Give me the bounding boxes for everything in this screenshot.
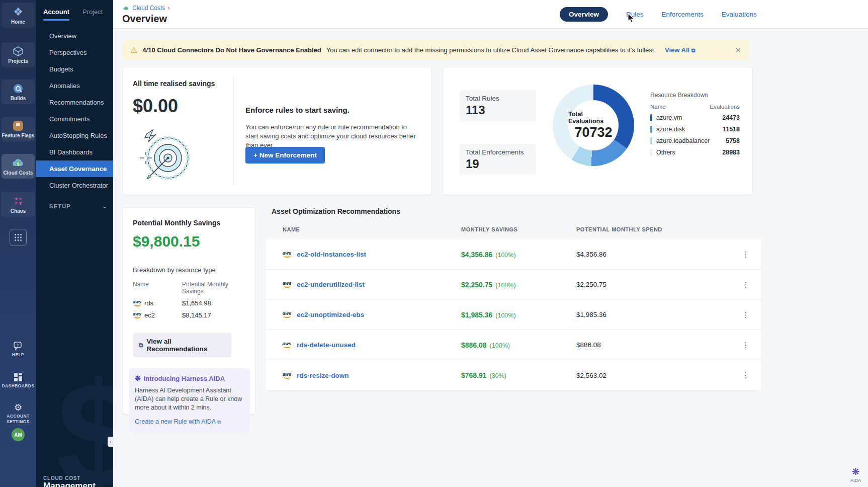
row-menu-icon[interactable]: ⋮: [731, 341, 761, 350]
recommendation-link[interactable]: ec2-underutilized-list: [297, 281, 365, 288]
cloud-costs-icon: $: [12, 157, 25, 169]
col-monthly-savings: MONTHLY SAVINGS: [461, 226, 576, 232]
legend-row: azure.disk 11518: [650, 126, 740, 133]
rail-label: Chaos: [11, 208, 26, 214]
aws-icon: aws: [133, 312, 141, 318]
table-row[interactable]: awsrds-resize-down $768.91(30%) $2,563.0…: [266, 360, 761, 390]
page-header: Cloud Costs › Overview Overview Rules En…: [113, 0, 868, 29]
rail-item-builds[interactable]: Builds: [2, 79, 35, 104]
recommendation-link[interactable]: ec2-old-instances-list: [297, 251, 366, 258]
table-row[interactable]: awsec2-unoptimized-ebs $1,985.36(100%) $…: [266, 300, 761, 330]
recommendations-title: Asset Optimization Recommendations: [266, 207, 761, 215]
tab-enforcements[interactable]: Enforcements: [662, 11, 704, 18]
sidebar-item-bi-dashboards[interactable]: BI Dashboards: [36, 144, 113, 160]
sidebar-item-overview[interactable]: Overview: [36, 28, 113, 44]
feature-flags-icon: [13, 120, 24, 131]
svg-text:$: $: [17, 161, 19, 167]
setup-label: SETUP: [49, 203, 71, 209]
table-row: awsrds $1,654.98: [133, 299, 245, 307]
harness-home-icon: ❖: [13, 7, 23, 18]
chevron-down-icon: ⌄: [102, 203, 107, 210]
ccm-sidebar: Account Project Overview Perspectives Bu…: [36, 0, 113, 487]
sidebar-item-anomalies[interactable]: Anomalies: [36, 77, 113, 94]
rail-item-account-settings[interactable]: ⚙ ACCOUNT SETTINGS: [2, 399, 35, 428]
sidebar-item-recommendations[interactable]: Recommendations: [36, 94, 113, 111]
new-enforcement-button[interactable]: + New Enforcement: [245, 147, 325, 164]
aws-icon: aws: [133, 300, 141, 306]
rail-item-help[interactable]: ? HELP: [2, 338, 35, 361]
user-avatar[interactable]: AM: [2, 425, 35, 444]
recommendation-link[interactable]: ec2-unoptimized-ebs: [297, 311, 364, 318]
tab-account[interactable]: Account: [43, 8, 69, 21]
external-link-icon: ⧉: [691, 47, 696, 53]
table-row[interactable]: awsec2-underutilized-list $2,250.75(100%…: [266, 270, 761, 300]
sidebar-item-budgets[interactable]: Budgets: [36, 61, 113, 77]
rail-item-chaos[interactable]: Chaos: [2, 192, 35, 217]
legend-swatch: [650, 126, 652, 133]
rail-item-cloud-costs[interactable]: $ Cloud Costs: [2, 154, 35, 179]
sidebar-collapse-handle[interactable]: ‹: [108, 437, 113, 447]
governance-warning-banner: ⚠ 4/10 Cloud Connectors Do Not Have Gove…: [122, 40, 749, 60]
close-icon[interactable]: ✕: [735, 46, 741, 55]
rail-item-projects[interactable]: Projects: [2, 42, 35, 67]
total-rules-tile: Total Rules 113: [460, 90, 536, 121]
tab-project[interactable]: Project: [82, 8, 103, 21]
table-row[interactable]: awsec2-old-instances-list $4,356.86(100%…: [266, 239, 761, 270]
rail-item-home[interactable]: ❖ Home: [2, 3, 35, 28]
warning-icon: ⚠: [130, 45, 137, 55]
legend-swatch: [650, 149, 652, 156]
sidebar-item-autostopping-rules[interactable]: AutoStopping Rules: [36, 127, 113, 144]
resource-breakdown: Resource Breakdown Name Evaluations azur…: [650, 92, 740, 156]
card-divider: [233, 76, 234, 186]
table-row[interactable]: awsrds-delete-unused $886.08(100%) $886.…: [266, 330, 761, 360]
view-all-recommendations-button[interactable]: ⧉ View all Recommendations: [133, 333, 231, 357]
rail-label: Feature Flags: [2, 133, 34, 138]
breakdown-by-resource-title: Breakdown by resource type: [133, 266, 245, 274]
sidebar-item-perspectives[interactable]: Perspectives: [36, 44, 113, 61]
recommendation-link[interactable]: rds-delete-unused: [297, 341, 356, 349]
evaluations-donut-chart: Total Evaluations 70732: [553, 85, 634, 166]
external-link-icon: ⧉: [217, 419, 221, 425]
breadcrumb[interactable]: Cloud Costs ›: [122, 5, 169, 12]
total-enforcements-value: 19: [466, 157, 530, 171]
aws-icon: aws: [283, 342, 291, 348]
row-menu-icon[interactable]: ⋮: [731, 280, 761, 289]
view-all-link[interactable]: View All ⧉: [665, 46, 696, 54]
rail-item-dashboards[interactable]: DASHBOARDS: [2, 369, 35, 392]
tab-evaluations[interactable]: Evaluations: [722, 11, 757, 18]
legend-row: azure.loadbalancer 5758: [650, 137, 740, 144]
svg-text:?: ?: [17, 343, 19, 348]
create-rule-with-aida-link[interactable]: Create a new Rule with AIDA ⧉: [135, 418, 244, 425]
sidebar-item-asset-governance[interactable]: Asset Governance: [36, 160, 113, 177]
sidebar-item-commitments[interactable]: Commitments: [36, 111, 113, 127]
realised-savings-card: All time realised savings $0.00 Enforce …: [122, 67, 432, 195]
rail-label: Builds: [11, 96, 26, 101]
banner-message: You can edit connector to add the missin…: [326, 46, 656, 54]
total-rules-label: Total Rules: [466, 95, 530, 102]
sidebar-item-cluster-orchestrator[interactable]: Cluster Orchestrator: [36, 177, 113, 194]
potential-savings-title: Potential Monthly Savings: [133, 219, 245, 227]
enforce-heading: Enforce rules to start saving.: [245, 106, 350, 114]
table-row: awsec2 $8,145.17: [133, 311, 245, 319]
aida-fab-button[interactable]: ❋ AIDA: [850, 466, 861, 483]
setup-section-toggle[interactable]: SETUP ⌄: [36, 203, 113, 210]
module-picker[interactable]: [2, 225, 35, 249]
tab-rules[interactable]: Rules: [626, 11, 644, 18]
footer-line1: CLOUD COST: [43, 475, 96, 481]
breadcrumb-link[interactable]: Cloud Costs: [132, 5, 165, 12]
avatar: AM: [12, 428, 25, 441]
tab-overview[interactable]: Overview: [560, 7, 608, 22]
aida-body: Harness AI Development Assistant (AIDA) …: [135, 386, 244, 412]
row-menu-icon[interactable]: ⋮: [731, 310, 761, 319]
banner-title: 4/10 Cloud Connectors Do Not Have Govern…: [142, 46, 321, 54]
asset-optimization-section: Asset Optimization Recommendations NAME …: [266, 207, 761, 419]
breakdown-value-header: Evaluations: [710, 104, 740, 110]
realised-savings-amount: $0.00: [133, 96, 178, 117]
recommendation-link[interactable]: rds-resize-down: [297, 372, 349, 379]
recommendations-table-header: NAME MONTHLY SAVINGS POTENTIAL MONTHLY S…: [266, 226, 761, 232]
rail-item-feature-flags[interactable]: Feature Flags: [2, 117, 35, 141]
aida-flower-icon: ❋: [852, 466, 860, 477]
aws-icon: aws: [283, 281, 291, 288]
row-menu-icon[interactable]: ⋮: [731, 371, 761, 380]
row-menu-icon[interactable]: ⋮: [731, 250, 761, 259]
